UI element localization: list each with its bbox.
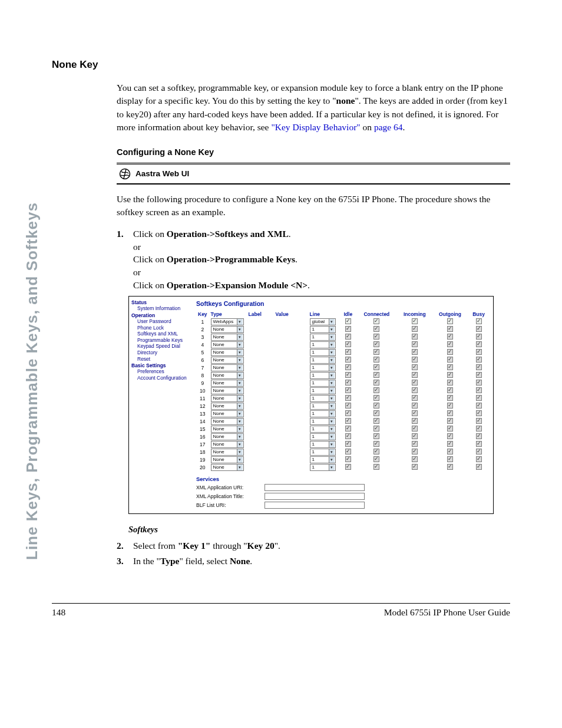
- type-select[interactable]: None▾: [211, 349, 244, 356]
- subheading-config-none-key: Configuring a None Key: [117, 147, 510, 157]
- line-select[interactable]: 1▾: [310, 357, 336, 364]
- type-select[interactable]: None▾: [211, 364, 244, 371]
- state-checkbox: [345, 334, 351, 340]
- type-select[interactable]: None▾: [211, 341, 244, 348]
- state-checkbox: [412, 380, 418, 386]
- state-checkbox: [373, 449, 379, 454]
- nav-item[interactable]: User Password: [137, 318, 190, 325]
- state-checkbox: [476, 395, 482, 401]
- side-tab-text: Line Keys, Programmable Keys, and Softke…: [23, 202, 41, 560]
- line-select[interactable]: 1▾: [310, 395, 336, 402]
- type-select[interactable]: None▾: [211, 395, 244, 402]
- state-checkbox: [345, 441, 351, 447]
- type-select[interactable]: None▾: [211, 410, 244, 417]
- state-checkbox[interactable]: [412, 318, 418, 324]
- type-select[interactable]: None▾: [211, 418, 244, 425]
- line-select[interactable]: 1▾: [310, 326, 336, 333]
- type-select[interactable]: None▾: [211, 326, 244, 333]
- state-checkbox: [373, 334, 379, 340]
- line-select[interactable]: 1▾: [310, 426, 336, 433]
- state-checkbox: [345, 410, 351, 416]
- type-select[interactable]: None▾: [211, 456, 244, 463]
- nav-item[interactable]: Phone Lock: [137, 325, 190, 331]
- key-cell: 4: [196, 341, 209, 348]
- line-select[interactable]: 1▾: [310, 372, 336, 379]
- service-label: XML Application URI:: [196, 485, 261, 490]
- line-select[interactable]: 1▾: [310, 334, 336, 341]
- nav-status[interactable]: Status: [131, 299, 190, 305]
- state-checkbox: [345, 449, 351, 454]
- key-cell: 2: [196, 325, 209, 333]
- nav-item[interactable]: Account Configuration: [137, 375, 190, 381]
- line-select[interactable]: 1▾: [310, 456, 336, 463]
- service-input[interactable]: [265, 493, 365, 500]
- type-select[interactable]: None▾: [211, 387, 244, 394]
- type-select[interactable]: None▾: [211, 380, 244, 387]
- state-checkbox: [373, 433, 379, 439]
- type-select[interactable]: None▾: [211, 357, 244, 364]
- nav-panel: Status System Information Operation User…: [129, 297, 193, 513]
- nav-sysinfo[interactable]: System Information: [137, 305, 190, 312]
- state-checkbox: [476, 456, 482, 462]
- type-select[interactable]: None▾: [211, 334, 244, 341]
- line-select[interactable]: 1▾: [310, 403, 336, 410]
- state-checkbox: [412, 449, 418, 454]
- type-select[interactable]: None▾: [211, 426, 244, 433]
- type-select[interactable]: None▾: [211, 433, 244, 440]
- nav-item[interactable]: Programmable Keys: [137, 337, 190, 344]
- softkeys-subheading: Softkeys: [128, 525, 510, 535]
- state-checkbox: [412, 372, 418, 378]
- service-row: BLF List URI:: [196, 502, 490, 509]
- line-select[interactable]: 1▾: [310, 418, 336, 425]
- nav-operation[interactable]: Operation: [131, 312, 190, 318]
- line-select[interactable]: 1▾: [310, 441, 336, 448]
- type-select[interactable]: None▾: [211, 441, 244, 448]
- service-input[interactable]: [265, 502, 365, 509]
- nav-item[interactable]: Directory: [137, 350, 190, 356]
- state-checkbox: [345, 341, 351, 347]
- state-checkbox[interactable]: [447, 318, 453, 324]
- line-select[interactable]: 1▾: [310, 449, 336, 456]
- config-title: Softkeys Configuration: [196, 300, 490, 307]
- line-select[interactable]: global▾: [310, 318, 336, 325]
- nav-item[interactable]: Preferences: [137, 368, 190, 375]
- key-cell: 15: [196, 425, 209, 433]
- state-checkbox[interactable]: [373, 318, 379, 324]
- page-footer: 148 Model 6755i IP Phone User Guide: [52, 603, 510, 618]
- nav-item[interactable]: Reset: [137, 356, 190, 363]
- state-checkbox: [447, 372, 453, 378]
- line-select[interactable]: 1▾: [310, 349, 336, 356]
- line-select[interactable]: 1▾: [310, 341, 336, 348]
- link-key-display[interactable]: "Key Display Behavior": [271, 122, 360, 132]
- line-select[interactable]: 1▾: [310, 410, 336, 417]
- state-checkbox: [412, 456, 418, 462]
- state-checkbox[interactable]: [476, 318, 482, 324]
- table-row: 16None▾1▾: [196, 433, 490, 440]
- state-checkbox: [345, 357, 351, 363]
- type-select[interactable]: WebApps▾: [211, 318, 244, 325]
- state-checkbox: [447, 410, 453, 416]
- line-select[interactable]: 1▾: [310, 364, 336, 371]
- line-select[interactable]: 1▾: [310, 387, 336, 394]
- intro-paragraph: You can set a softkey, programmable key,…: [117, 81, 510, 134]
- line-select[interactable]: 1▾: [310, 464, 336, 471]
- state-checkbox: [447, 464, 453, 470]
- state-checkbox[interactable]: [345, 318, 351, 324]
- type-select[interactable]: None▾: [211, 403, 244, 410]
- key-cell: 17: [196, 440, 209, 448]
- state-checkbox: [345, 456, 351, 462]
- state-checkbox: [476, 364, 482, 370]
- key-cell: 12: [196, 402, 209, 410]
- type-select[interactable]: None▾: [211, 372, 244, 379]
- type-select[interactable]: None▾: [211, 449, 244, 456]
- link-page-64[interactable]: page 64: [374, 122, 403, 132]
- type-select[interactable]: None▾: [211, 464, 244, 471]
- state-checkbox: [345, 326, 351, 332]
- line-select[interactable]: 1▾: [310, 380, 336, 387]
- state-checkbox: [373, 364, 379, 370]
- nav-basic[interactable]: Basic Settings: [131, 363, 190, 368]
- nav-item[interactable]: Keypad Speed Dial: [137, 343, 190, 350]
- nav-item[interactable]: Softkeys and XML: [137, 331, 190, 337]
- service-input[interactable]: [265, 484, 365, 491]
- line-select[interactable]: 1▾: [310, 433, 336, 440]
